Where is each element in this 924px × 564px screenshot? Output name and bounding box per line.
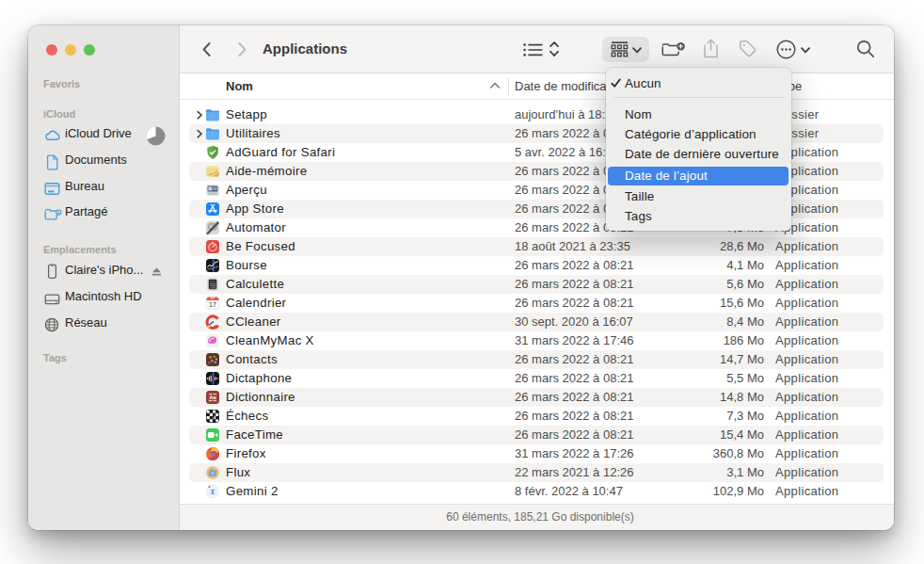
svg-text:Aa: Aa	[210, 395, 217, 400]
svg-text:FEV: FEV	[210, 297, 215, 300]
svg-text:17: 17	[209, 300, 216, 309]
